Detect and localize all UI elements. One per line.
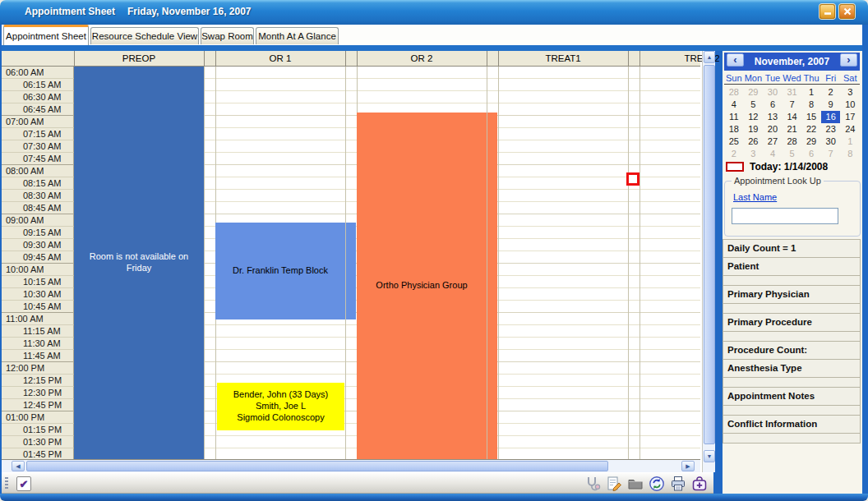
vertical-scrollbar[interactable]: ▲ ▼ [702, 51, 715, 472]
appointment-block-franklin-temp-block[interactable]: Dr. Franklin Temp Block [215, 223, 345, 319]
appointment-block-franklin-temp-block-strip[interactable] [346, 223, 356, 319]
last-name-link[interactable]: Last Name [733, 192, 777, 202]
minimize-button[interactable] [820, 4, 835, 19]
medical-bag-icon[interactable] [690, 475, 709, 493]
calendar-day-7[interactable]: 7 [821, 148, 841, 160]
calendar-day-20[interactable]: 20 [763, 123, 783, 136]
time-label-10-45-am: 10:45 AM [2, 301, 74, 313]
calendar-day-12[interactable]: 12 [744, 111, 764, 123]
scroll-down-button[interactable]: ▼ [704, 450, 715, 462]
calendar-day-28[interactable]: 28 [783, 136, 802, 148]
calendar-day-15[interactable]: 15 [801, 111, 821, 123]
calendar-day-3[interactable]: 3 [744, 148, 764, 160]
scroll-left-button[interactable]: ◀ [12, 461, 25, 471]
calendar-day-18[interactable]: 18 [724, 123, 744, 136]
appointment-block-ortho-physician-group-strip[interactable] [487, 113, 497, 459]
calendar-day-31[interactable]: 31 [783, 86, 802, 99]
calendar-day-16[interactable]: 16 [821, 111, 841, 123]
refresh-icon[interactable] [647, 475, 666, 493]
print-icon[interactable] [668, 475, 687, 493]
time-label-08-30-am: 08:30 AM [2, 190, 74, 202]
calendar-day-7[interactable]: 7 [783, 99, 802, 111]
stethoscope-icon[interactable] [583, 475, 602, 493]
tab-appointment-sheet[interactable]: Appointment Sheet [3, 25, 89, 45]
calendar-day-3[interactable]: 3 [840, 86, 860, 99]
tab-swap-room[interactable]: Swap Room [201, 27, 254, 44]
calendar-dow-fri: Fri [821, 73, 841, 84]
v-scroll-thumb[interactable] [704, 65, 715, 444]
right-panel: November, 2007 ‹ › SunMonTueWedThuFriSat… [723, 51, 862, 494]
calendar-next-button[interactable]: › [840, 53, 857, 67]
calendar-day-28[interactable]: 28 [724, 86, 744, 99]
appointment-block-room-unavailable[interactable]: Room is not available onFriday [74, 67, 204, 459]
calendar-day-4[interactable]: 4 [763, 148, 783, 160]
calendar-day-9[interactable]: 9 [821, 99, 841, 111]
calendar-day-22[interactable]: 22 [801, 123, 821, 136]
toolbar-checkbox[interactable]: ✔ [16, 476, 31, 491]
calendar-day-14[interactable]: 14 [783, 111, 802, 123]
calendar-prev-button[interactable]: ‹ [727, 53, 744, 67]
calendar-day-19[interactable]: 19 [744, 123, 764, 136]
calendar-day-25[interactable]: 25 [724, 136, 744, 148]
calendar-day-2[interactable]: 2 [724, 148, 744, 160]
calendar-dow-wed: Wed [783, 73, 802, 84]
scroll-right-button[interactable]: ▶ [681, 461, 695, 471]
calendar-day-10[interactable]: 10 [840, 99, 860, 111]
time-label-12-15-pm: 12:15 PM [2, 375, 74, 387]
horizontal-scrollbar[interactable]: ◀ ▶ [2, 460, 700, 472]
calendar-day-1[interactable]: 1 [801, 86, 821, 99]
appointment-block-ortho-physician-group[interactable]: Ortho Physician Group [357, 113, 487, 459]
time-label-07-30-am: 07:30 AM [2, 140, 74, 153]
calendar-day-6[interactable]: 6 [763, 99, 783, 111]
calendar-day-8[interactable]: 8 [840, 148, 860, 160]
calendar-day-8[interactable]: 8 [801, 99, 821, 111]
scroll-up-button[interactable]: ▲ [704, 51, 715, 63]
tab-month-at-a-glance[interactable]: Month At A Glance [256, 27, 339, 44]
calendar-day-21[interactable]: 21 [783, 123, 802, 136]
calendar-title: November, 2007 [755, 56, 829, 67]
calendar-day-6[interactable]: 6 [801, 148, 821, 160]
last-name-input[interactable] [732, 208, 838, 224]
schedule-grid: PREOPOR 1OR 2TREAT1TREAT2 06:00 AM06:15 … [2, 51, 713, 472]
calendar-day-5[interactable]: 5 [783, 148, 802, 160]
time-label-10-15-am: 10:15 AM [2, 276, 74, 288]
calendar-day-4[interactable]: 4 [724, 99, 744, 111]
folder-icon[interactable] [626, 475, 644, 493]
calendar-day-30[interactable]: 30 [821, 136, 841, 148]
calendar-day-27[interactable]: 27 [763, 136, 783, 148]
window-inner-band [0, 45, 868, 51]
time-label-06-45-am: 06:45 AM [2, 103, 74, 116]
calendar-day-24[interactable]: 24 [840, 123, 860, 136]
calendar-day-headers: SunMonTueWedThuFriSat [724, 73, 860, 85]
time-label-01-30-pm: 01:30 PM [2, 436, 74, 448]
h-scroll-thumb[interactable] [26, 461, 608, 471]
calendar-day-23[interactable]: 23 [821, 123, 841, 136]
info-row-conflict-information: Conflict Information [723, 415, 861, 434]
calendar-day-30[interactable]: 30 [763, 86, 783, 99]
calendar-day-29[interactable]: 29 [744, 86, 764, 99]
titlebar: Appointment Sheet Friday, November 16, 2… [0, 0, 868, 25]
calendar-day-5[interactable]: 5 [744, 99, 764, 111]
calendar-day-11[interactable]: 11 [724, 111, 744, 123]
minimize-icon [824, 4, 832, 19]
calendar-day-1[interactable]: 1 [840, 136, 860, 148]
time-label-12-30-pm: 12:30 PM [2, 387, 74, 399]
bottom-toolbar: ✔ [2, 472, 713, 494]
window-border-bottom [0, 494, 868, 501]
calendar-day-29[interactable]: 29 [801, 136, 821, 148]
calendar-day-2[interactable]: 2 [821, 86, 841, 99]
grid-body[interactable]: 06:00 AM06:15 AM06:30 AM06:45 AM07:00 AM… [2, 67, 700, 459]
column-header-or-1: OR 1 [215, 51, 345, 66]
appointment-block-colonoscopy-appointment[interactable]: Bender, John (33 Days)Smith, Joe LSigmoi… [217, 383, 344, 430]
close-button[interactable] [839, 4, 855, 19]
calendar-day-26[interactable]: 26 [744, 136, 764, 148]
time-label-09-00-am: 09:00 AM [2, 214, 74, 227]
time-label-06-15-am: 06:15 AM [2, 79, 74, 91]
calendar-day-13[interactable]: 13 [763, 111, 783, 123]
toolbar-grip[interactable] [5, 477, 8, 490]
calendar-dow-thu: Thu [801, 73, 821, 84]
today-row[interactable]: Today: 1/14/2008 [726, 161, 828, 172]
edit-note-icon[interactable] [604, 475, 623, 493]
tab-resource-schedule-view[interactable]: Resource Schedule View [90, 27, 199, 44]
calendar-day-17[interactable]: 17 [840, 111, 860, 123]
